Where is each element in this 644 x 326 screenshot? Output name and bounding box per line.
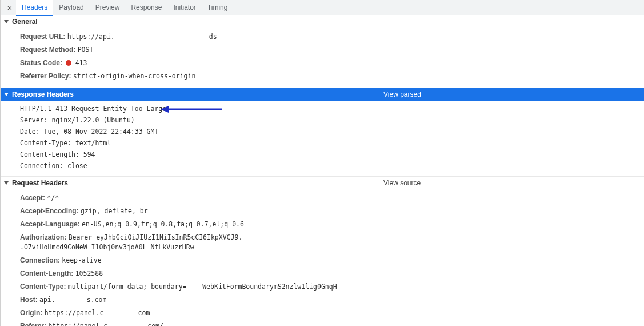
header-row: Origin: https://panel.ccom [1,307,644,320]
value: https://api.ds [67,33,217,41]
value: en-US,en;q=0.9,tr;q=0.8,fa;q=0.7,el;q=0.… [82,220,244,228]
header-row: Content-Type: multipart/form-data; bound… [1,280,644,293]
tab-timing[interactable]: Timing [202,0,234,15]
request-headers-section-header[interactable]: Request Headers View source [1,177,644,189]
section-title: Response Headers [12,90,74,98]
caret-down-icon [4,20,9,23]
row-status-code: Status Code: 413 [1,57,644,70]
tab-response[interactable]: Response [125,0,167,15]
tab-payload[interactable]: Payload [53,0,89,15]
value: https://panel.ccom/ [48,322,163,326]
caret-down-icon [4,93,9,96]
view-parsed-link[interactable]: View parsed [383,90,421,98]
label: Authorization: [20,233,66,241]
status-error-icon [66,60,71,66]
value: */* [47,194,59,202]
label: Accept-Language: [20,220,80,228]
label: Origin: [20,309,42,317]
section-title: General [12,18,38,26]
value: Bearer eyJhbGciOiJIUzI1NiIsInR5cCI6IkpXV… [20,233,488,251]
label: Status Code: [20,59,62,67]
raw-line: Content-Type: text/html [1,137,644,149]
close-icon[interactable]: × [3,1,16,14]
raw-line: Connection: close [1,160,644,172]
view-source-link[interactable]: View source [383,179,421,187]
label: Request URL: [20,33,65,41]
value: POST [78,46,94,54]
value: api.s.com [39,296,106,304]
header-row: Referer: https://panel.ccom/ [1,320,644,326]
request-header-rows: Accept: */* Accept-Encoding: gzip, defla… [1,189,644,326]
raw-text: HTTP/1.1 413 Request Entity Too Large [20,105,166,113]
response-headers-section-header[interactable]: Response Headers View parsed [1,88,644,101]
request-headers-section: Request Headers View source Accept: */* … [1,177,644,326]
value: 413 [75,59,87,67]
value-part: https://panel.c [45,309,104,317]
label: Host: [20,296,38,304]
label: Accept: [20,194,45,202]
label: Content-Type: [20,283,66,291]
value: https://panel.ccom [45,309,150,317]
tab-initiator[interactable]: Initiator [167,0,201,15]
caret-down-icon [4,181,9,185]
tab-preview[interactable]: Preview [90,0,126,15]
header-row: Connection: keep-alive [1,254,644,267]
label: Content-Length: [20,269,73,277]
raw-line: Content-Length: 594 [1,149,644,160]
headers-panel: General Request URL: https://api.ds Requ… [0,15,644,326]
value: strict-origin-when-cross-origin [73,72,196,80]
value: multipart/form-data; boundary=----WebKit… [68,283,337,291]
annotation-arrow-icon [161,104,223,114]
label: Referrer Policy: [20,72,71,80]
label: Request Method: [20,46,75,54]
general-section-header[interactable]: General [1,15,644,28]
header-row: Content-Length: 1052588 [1,267,644,280]
header-row: Accept-Language: en-US,en;q=0.9,tr;q=0.8… [1,218,644,231]
header-row: Authorization: Bearer eyJhbGciOiJIUzI1Ni… [1,231,644,254]
value: keep-alive [62,256,101,264]
value-part: Bearer eyJhbGciOiJIUzI1NiIsInR5cCI6IkpXV… [69,233,243,241]
general-rows: Request URL: https://api.ds Request Meth… [1,28,644,88]
value-part: .O7viHoHmcd9CoNeW_I1Obj0nv3joA0L_NfLkVuz… [20,243,194,251]
label: Accept-Encoding: [20,207,79,215]
value-part: ds [209,33,217,41]
raw-line: Date: Tue, 08 Nov 2022 22:44:33 GMT [1,126,644,137]
value-part: s.com [87,296,107,304]
value-part: com/ [147,322,163,326]
network-detail-tabs: × Headers Payload Preview Response Initi… [0,0,644,15]
header-row: Host: api.s.com [1,293,644,307]
row-referrer-policy: Referrer Policy: strict-origin-when-cros… [1,70,644,83]
raw-line: HTTP/1.1 413 Request Entity Too Large [1,103,644,114]
value: 1052588 [75,269,103,277]
response-headers-section: Response Headers View parsed HTTP/1.1 41… [1,88,644,177]
value-part: https://api. [67,33,115,41]
value-part: https://panel.c [48,322,107,326]
header-row: Accept: */* [1,192,644,205]
row-request-method: Request Method: POST [1,43,644,57]
header-row: Accept-Encoding: gzip, deflate, br [1,205,644,218]
tab-headers[interactable]: Headers [16,0,53,16]
response-raw-lines: HTTP/1.1 413 Request Entity Too Large Se… [1,101,644,176]
section-title: Request Headers [12,179,68,187]
raw-line: Server: nginx/1.22.0 (Ubuntu) [1,114,644,126]
general-section: General Request URL: https://api.ds Requ… [1,15,644,88]
value-part: api. [39,296,55,304]
label: Connection: [20,256,60,264]
value-part: com [138,309,150,317]
row-request-url: Request URL: https://api.ds [1,30,644,43]
value: gzip, deflate, br [81,207,148,215]
label: Referer: [20,322,46,326]
